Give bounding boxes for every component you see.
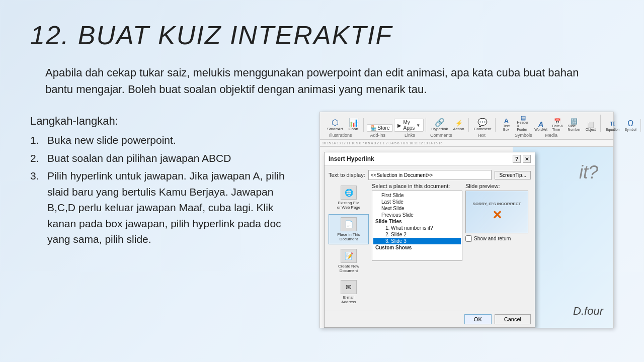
screentip-button[interactable]: ScreenTip... xyxy=(495,171,531,179)
existing-file-icon: 🌐 xyxy=(341,186,357,200)
header-footer-icon: ▤ xyxy=(521,115,526,121)
header-footer-button[interactable]: ▤ Header& Footer xyxy=(515,115,532,132)
step-text-1: Buka new slide powerpoint. xyxy=(47,132,304,148)
list-item: 3. Pilih hyperlink untuk jawapan. Jika j… xyxy=(30,168,304,247)
step-number-3: 3. xyxy=(30,168,44,247)
addins-group-label: Add-ins xyxy=(370,133,386,138)
steps-heading: Langkah-langkah: xyxy=(30,112,304,130)
action-icon: ⚡ xyxy=(456,119,462,127)
textbox-button[interactable]: A TextBox xyxy=(499,117,514,132)
ruler-text: 16 15 14 13 12 11 10 9 8 7 6 5 4 3 2 1 1… xyxy=(322,141,442,145)
list-item: 2. Buat soalan dan pilihan jawapan ABCD xyxy=(30,150,304,166)
slide-preview-box: SORRY, IT'S INCORRECT ✕ xyxy=(465,191,528,233)
dialog-title: Insert Hyperlink xyxy=(329,155,374,162)
nav-create-new[interactable]: 📝 Create NewDocument xyxy=(329,246,369,276)
equation-label: Equation xyxy=(606,128,620,131)
dialog-main-section: 🌐 Existing Fileor Web Page 📄 Place in Th… xyxy=(329,183,531,307)
myapps-label: My Apps xyxy=(403,120,415,131)
textbox-label: TextBox xyxy=(503,124,510,131)
tree-item-slide-1[interactable]: 1. What number is it? xyxy=(373,225,461,231)
steps-list: 1. Buka new slide powerpoint. 2. Buat so… xyxy=(30,132,304,247)
show-return-row: Show and return xyxy=(465,235,531,242)
smartart-icon: ⬡ xyxy=(332,119,339,127)
action-button[interactable]: ⚡ Action xyxy=(451,119,466,132)
dialog-close-button[interactable]: ✕ xyxy=(523,155,531,163)
smartart-button[interactable]: ⬡ SmartArt xyxy=(325,118,345,132)
links-group-label: Links xyxy=(405,133,415,138)
comment-button[interactable]: 💬 Comment xyxy=(472,118,494,132)
cancel-button[interactable]: Cancel xyxy=(495,314,531,324)
wordart-icon: A xyxy=(538,121,543,128)
tree-item-custom-shows[interactable]: Custom Shows xyxy=(373,244,461,251)
slide-preview-label: Slide preview: xyxy=(465,183,531,189)
dialog-footer: OK Cancel xyxy=(325,311,535,327)
equation-icon: π xyxy=(610,120,615,128)
symbols-group-label: Symbols xyxy=(515,133,532,138)
tree-item-first-slide[interactable]: First Slide xyxy=(373,192,461,199)
create-new-label: Create NewDocument xyxy=(338,264,359,273)
ribbon-group-links: 🔗 Hyperlink ⚡ Action xyxy=(427,118,469,132)
smartart-label: SmartArt xyxy=(327,127,343,131)
text-to-display-input[interactable] xyxy=(368,170,492,180)
chart-button[interactable]: 📊 Chart xyxy=(346,118,361,132)
ribbon-labels-row: Illustrations Add-ins Links Comments Tex… xyxy=(322,132,611,139)
illustrations-group-label: Illustrations xyxy=(329,133,352,138)
place-document-label: Place in ThisDocument xyxy=(337,232,360,241)
tree-item-slide-3[interactable]: 3. Slide 3 xyxy=(373,238,461,244)
preview-x-mark: ✕ xyxy=(492,208,502,222)
dialog-question-button[interactable]: ? xyxy=(513,155,521,163)
create-new-icon: 📝 xyxy=(341,249,357,263)
tree-item-previous-slide[interactable]: Previous Slide xyxy=(373,212,461,218)
dialog-titlebar: Insert Hyperlink ? ✕ xyxy=(325,152,535,166)
tree-item-next-slide[interactable]: Next Slide xyxy=(373,205,461,212)
slide-number-icon: 🔢 xyxy=(571,119,578,124)
myapps-button[interactable]: ▶ My Apps ▼ xyxy=(394,119,424,132)
preview-incorrect-text: SORRY, IT'S INCORRECT xyxy=(473,202,521,206)
dialog-left-nav: 🌐 Existing Fileor Web Page 📄 Place in Th… xyxy=(329,183,369,307)
object-button[interactable]: ⬜ Object xyxy=(583,122,598,132)
object-label: Object xyxy=(586,128,596,131)
show-return-checkbox[interactable] xyxy=(465,235,472,242)
ribbon-group-media: 🎬 Video 🔊 Audio ⏺ Scre... xyxy=(642,119,644,132)
store-icon: 🏪 xyxy=(370,125,376,131)
ruler: 16 15 14 13 12 11 10 9 8 7 6 5 4 3 2 1 1… xyxy=(320,140,613,147)
symbol-label: Symbol xyxy=(625,128,636,131)
wordart-label: WordArt xyxy=(534,128,547,131)
date-time-label: Date &Time xyxy=(552,124,563,131)
comments-group-label: Comments xyxy=(430,133,452,138)
store-button[interactable]: 🏪 Store xyxy=(367,124,393,132)
ribbon-group-comments: 💬 Comment xyxy=(470,118,496,132)
nav-existing-file[interactable]: 🌐 Existing Fileor Web Page xyxy=(329,183,369,212)
symbol-button[interactable]: Ω Symbol xyxy=(623,119,638,132)
hyperlink-button[interactable]: 🔗 Hyperlink xyxy=(429,118,450,132)
document-tree[interactable]: First Slide Last Slide Next Slide Previo… xyxy=(372,191,462,261)
tree-item-last-slide[interactable]: Last Slide xyxy=(373,199,461,205)
store-label: Store xyxy=(378,125,390,131)
place-document-icon: 📄 xyxy=(341,217,357,231)
dialog-right-section: Slide preview: SORRY, IT'S INCORRECT ✕ S… xyxy=(465,183,531,307)
object-icon: ⬜ xyxy=(587,122,594,128)
wordart-button[interactable]: A WordArt xyxy=(533,120,549,132)
header-footer-label: Header& Footer xyxy=(517,121,530,131)
text-to-display-row: Text to display: ScreenTip... xyxy=(329,170,531,180)
intro-paragraph: Apabila dah cekap tukar saiz, melukis me… xyxy=(45,64,599,98)
hyperlink-label: Hyperlink xyxy=(431,127,448,131)
select-place-label: Select a place in this document: xyxy=(372,183,462,189)
equation-button[interactable]: π Equation xyxy=(604,119,622,132)
email-label: E-mailAddress xyxy=(341,295,356,304)
show-return-label: Show and return xyxy=(474,236,511,241)
nav-place-document[interactable]: 📄 Place in ThisDocument xyxy=(329,214,369,244)
date-time-button[interactable]: 📅 Date &Time xyxy=(550,118,565,132)
email-icon: ✉ xyxy=(341,280,357,294)
ok-button[interactable]: OK xyxy=(464,314,492,324)
tree-item-slide-titles[interactable]: Slide Titles xyxy=(373,218,461,225)
myapps-dropdown-icon: ▼ xyxy=(416,123,420,128)
ribbon: ⬡ SmartArt 📊 Chart 🏪 Store xyxy=(320,112,613,140)
slide-number-label: SlideNumber xyxy=(568,124,581,131)
tree-item-slide-2[interactable]: 2. Slide 2 xyxy=(373,231,461,238)
nav-email[interactable]: ✉ E-mailAddress xyxy=(329,278,369,307)
slide-number-button[interactable]: 🔢 SlideNumber xyxy=(566,118,582,132)
powerpoint-screenshot: ⬡ SmartArt 📊 Chart 🏪 Store xyxy=(319,112,614,328)
ribbon-group-text: A TextBox ▤ Header& Footer A WordArt � xyxy=(497,115,600,132)
dialog-center-section: Select a place in this document: First S… xyxy=(372,183,462,307)
